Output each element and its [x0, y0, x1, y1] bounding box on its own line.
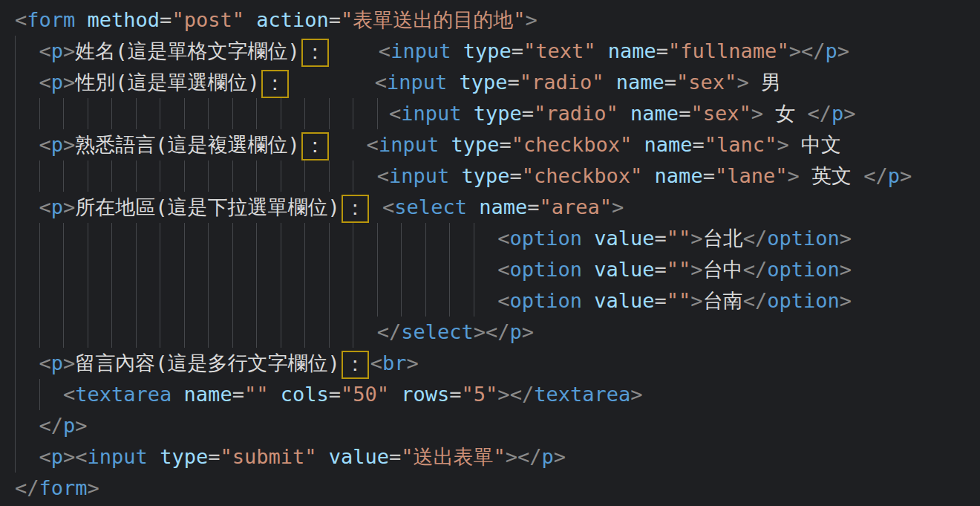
code-token-pun: > [506, 445, 517, 468]
code-token-attr: name [655, 164, 703, 187]
code-line[interactable]: <option value="">台中</option> [15, 254, 980, 285]
code-token-tag: input [379, 133, 439, 156]
code-text: <textarea name="" cols="50" rows="5"></t… [15, 383, 642, 406]
code-token-attr: type [463, 39, 512, 62]
code-token-pun: > [751, 102, 763, 125]
code-line[interactable]: <p>留言內容(這是多行文字欄位)：<br> [15, 348, 980, 379]
code-token-pun: > [497, 383, 509, 406]
code-token-eq: = [679, 102, 690, 125]
code-line[interactable]: <option value="">台北</option> [15, 223, 980, 254]
code-token-eq: = [208, 445, 220, 468]
code-token-txt: 女 [763, 102, 808, 125]
code-text: <p>性別(這是單選欄位)： <input type="radio" name=… [15, 71, 781, 94]
code-token-str: "5" [462, 383, 498, 406]
code-token-sp [451, 39, 463, 62]
leading-indent [15, 383, 63, 406]
code-text: </select></p> [15, 320, 534, 343]
code-token-txt: 中文 [789, 133, 841, 156]
code-text: <input type="radio" name="sex"> 女 </p> [15, 102, 856, 125]
code-token-tag: textarea [75, 383, 172, 406]
code-line[interactable]: <p>所在地區(這是下拉選單欄位)： <select name="area"> [15, 192, 980, 223]
code-token-str: "sex" [690, 102, 751, 125]
code-token-pun: < [367, 133, 379, 156]
code-token-str: "50" [341, 383, 389, 406]
code-text: <input type="checkbox" name="lane"> 英文 <… [15, 164, 912, 187]
code-token-sp [618, 102, 630, 125]
code-token-sp [316, 445, 328, 468]
code-token-eq: = [499, 133, 511, 156]
code-token-pun: </ [377, 320, 402, 343]
code-token-eq: = [655, 289, 667, 312]
code-line[interactable]: <p><input type="submit" value="送出表單"></p… [15, 441, 980, 473]
code-line[interactable]: <input type="checkbox" name="lane"> 英文 <… [15, 160, 980, 192]
code-token-eq: = [389, 445, 401, 468]
code-token-tag: br [382, 351, 407, 374]
code-token-pun: > [690, 227, 702, 250]
code-token-sp [642, 164, 654, 187]
code-token-str: "sex" [676, 71, 736, 94]
code-token-str: "checkbox" [512, 133, 633, 156]
code-editor[interactable]: <form method="post" action="表單送出的目的地"> <… [0, 0, 980, 506]
code-token-txt: 英文 [800, 164, 864, 187]
code-token-sp [582, 258, 594, 281]
code-token-pun: > [900, 164, 912, 187]
unicode-highlight-colon: ： [261, 70, 289, 98]
code-line[interactable]: <p>姓名(這是單格文字欄位)： <input type="text" name… [15, 36, 980, 67]
code-token-sp [461, 102, 473, 125]
code-token-sp [604, 71, 616, 94]
code-token-tag: p [51, 71, 63, 94]
code-token-tag: option [767, 258, 840, 281]
code-line[interactable]: </p> [15, 410, 980, 441]
code-token-pun: > [474, 320, 486, 343]
code-token-attr: type [474, 102, 522, 125]
code-token-pun: </ [39, 414, 64, 437]
code-token-pun: < [375, 71, 387, 94]
code-line[interactable]: </form> [15, 473, 980, 504]
code-token-txt: 熟悉語言(這是複選欄位) [75, 133, 300, 156]
code-token-eq: = [512, 39, 523, 62]
code-token-str: "" [667, 227, 691, 250]
code-token-tag: input [387, 71, 447, 94]
code-token-pun: < [39, 445, 51, 468]
code-token-pun: > [63, 133, 75, 156]
code-token-tag: form [39, 476, 88, 499]
code-token-pun: < [389, 102, 401, 125]
code-token-tag: form [27, 8, 75, 31]
code-line[interactable]: <p>熟悉語言(這是複選欄位)： <input type="checkbox" … [15, 129, 980, 160]
leading-indent [15, 164, 377, 187]
code-line[interactable]: <form method="post" action="表單送出的目的地"> [15, 4, 980, 36]
code-token-pun: > [63, 71, 75, 94]
code-token-str: "" [244, 383, 269, 406]
code-token-pun: </ [743, 258, 768, 281]
code-line[interactable]: <textarea name="" cols="50" rows="5"></t… [15, 379, 980, 410]
code-token-pun: </ [517, 445, 542, 468]
code-token-pun: < [370, 351, 382, 374]
code-token-pun: < [379, 39, 391, 62]
code-token-sp [582, 289, 594, 312]
code-token-tag: p [63, 414, 75, 437]
code-token-sp [268, 383, 280, 406]
code-token-pun: > [88, 476, 99, 499]
code-token-txt: 男 [749, 71, 781, 94]
code-token-attr: name [479, 195, 527, 218]
code-token-tag: select [401, 320, 474, 343]
code-token-eq: = [510, 164, 522, 187]
code-token-pun: > [75, 414, 87, 437]
code-text: <option value="">台中</option> [15, 258, 852, 281]
unicode-highlight-colon: ： [342, 195, 369, 223]
code-token-pun: > [63, 195, 75, 218]
code-token-str: "checkbox" [522, 164, 643, 187]
code-token-tag: p [832, 102, 843, 125]
code-line[interactable]: <p>性別(這是單選欄位)： <input type="radio" name=… [15, 67, 980, 98]
code-token-attr: value [594, 227, 654, 250]
code-text: <p>姓名(這是單格文字欄位)： <input type="text" name… [15, 39, 849, 62]
code-line[interactable]: <input type="radio" name="sex"> 女 </p> [15, 98, 980, 129]
code-token-attr: type [459, 71, 507, 94]
code-token-pun: < [39, 351, 51, 374]
code-token-str: "fullname" [668, 39, 789, 62]
code-token-pun: > [837, 39, 849, 62]
code-token-attr: type [451, 133, 499, 156]
code-token-attr: value [594, 258, 654, 281]
code-line[interactable]: </select></p> [15, 317, 980, 348]
code-line[interactable]: <option value="">台南</option> [15, 285, 980, 317]
